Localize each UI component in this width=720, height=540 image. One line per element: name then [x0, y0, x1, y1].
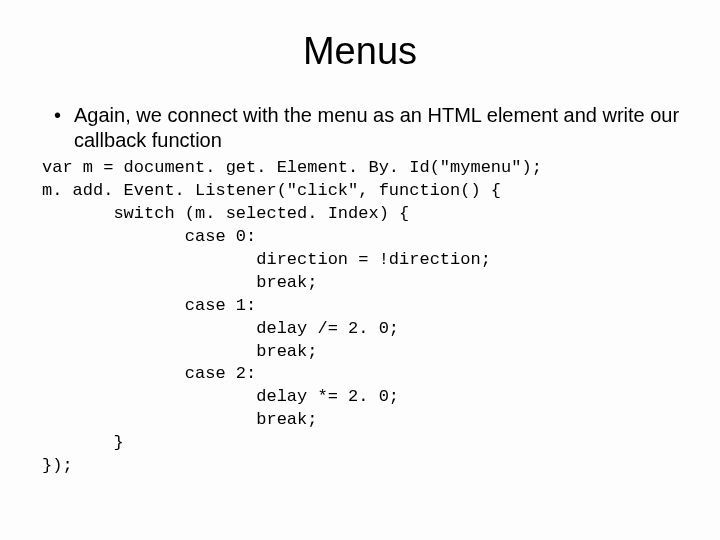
bullet-item: Again, we connect with the menu as an HT… — [40, 103, 680, 153]
code-block: var m = document. get. Element. By. Id("… — [42, 157, 680, 478]
slide-title: Menus — [40, 30, 680, 73]
bullet-list: Again, we connect with the menu as an HT… — [40, 103, 680, 153]
